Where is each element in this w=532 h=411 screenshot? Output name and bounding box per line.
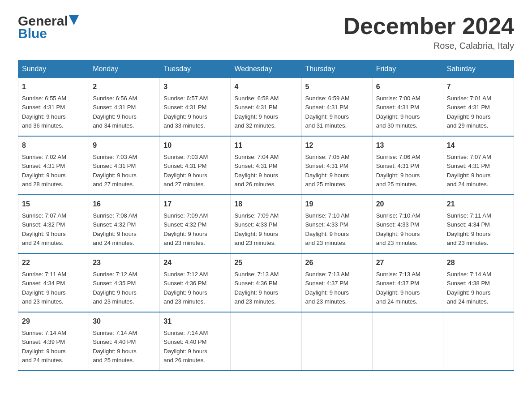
day-number: 14 (447, 140, 510, 151)
table-row: 26 Sunrise: 7:13 AMSunset: 4:37 PMDaylig… (301, 253, 372, 312)
col-sunday: Sunday (18, 60, 89, 78)
table-row: 28 Sunrise: 7:14 AMSunset: 4:38 PMDaylig… (443, 253, 514, 312)
day-info: Sunrise: 7:11 AMSunset: 4:34 PMDaylight:… (22, 271, 66, 305)
calendar-header: Sunday Monday Tuesday Wednesday Thursday… (18, 60, 514, 78)
day-info: Sunrise: 7:01 AMSunset: 4:31 PMDaylight:… (447, 95, 491, 129)
table-row: 31 Sunrise: 7:14 AMSunset: 4:40 PMDaylig… (160, 312, 231, 371)
table-row: 16 Sunrise: 7:08 AMSunset: 4:32 PMDaylig… (89, 195, 160, 253)
day-info: Sunrise: 7:14 AMSunset: 4:39 PMDaylight:… (22, 330, 66, 364)
col-tuesday: Tuesday (160, 60, 231, 78)
day-info: Sunrise: 6:57 AMSunset: 4:31 PMDaylight:… (163, 95, 208, 129)
day-number: 1 (22, 81, 85, 92)
day-info: Sunrise: 6:55 AMSunset: 4:31 PMDaylight:… (22, 95, 66, 129)
table-row: 2 Sunrise: 6:56 AMSunset: 4:31 PMDayligh… (89, 78, 160, 137)
svg-marker-0 (69, 15, 79, 25)
day-number: 7 (447, 81, 510, 92)
day-number: 19 (305, 199, 369, 210)
table-row: 3 Sunrise: 6:57 AMSunset: 4:31 PMDayligh… (160, 78, 231, 137)
day-number: 29 (22, 316, 85, 327)
day-number: 24 (163, 257, 227, 268)
day-info: Sunrise: 7:11 AMSunset: 4:34 PMDaylight:… (447, 212, 491, 246)
title-area: December 2024 Rose, Calabria, Italy (343, 13, 514, 51)
day-number: 26 (305, 257, 369, 268)
day-info: Sunrise: 7:10 AMSunset: 4:33 PMDaylight:… (376, 212, 420, 246)
table-row: 24 Sunrise: 7:12 AMSunset: 4:36 PMDaylig… (160, 253, 231, 312)
day-info: Sunrise: 7:14 AMSunset: 4:40 PMDaylight:… (93, 330, 137, 364)
day-info: Sunrise: 7:03 AMSunset: 4:31 PMDaylight:… (163, 154, 208, 188)
table-row: 1 Sunrise: 6:55 AMSunset: 4:31 PMDayligh… (18, 78, 89, 137)
table-row: 30 Sunrise: 7:14 AMSunset: 4:40 PMDaylig… (89, 312, 160, 371)
table-row (443, 312, 514, 371)
day-info: Sunrise: 7:03 AMSunset: 4:31 PMDaylight:… (93, 154, 137, 188)
table-row: 6 Sunrise: 7:00 AMSunset: 4:31 PMDayligh… (372, 78, 443, 137)
table-row (372, 312, 443, 371)
calendar-body: 1 Sunrise: 6:55 AMSunset: 4:31 PMDayligh… (18, 78, 514, 371)
day-info: Sunrise: 7:07 AMSunset: 4:32 PMDaylight:… (22, 212, 66, 246)
table-row: 9 Sunrise: 7:03 AMSunset: 4:31 PMDayligh… (89, 136, 160, 195)
month-title: December 2024 (343, 13, 514, 39)
table-row: 10 Sunrise: 7:03 AMSunset: 4:31 PMDaylig… (160, 136, 231, 195)
table-row: 23 Sunrise: 7:12 AMSunset: 4:35 PMDaylig… (89, 253, 160, 312)
day-number: 12 (305, 140, 369, 151)
table-row: 11 Sunrise: 7:04 AMSunset: 4:31 PMDaylig… (231, 136, 301, 195)
day-info: Sunrise: 7:02 AMSunset: 4:31 PMDaylight:… (22, 154, 66, 188)
col-wednesday: Wednesday (231, 60, 301, 78)
day-info: Sunrise: 7:14 AMSunset: 4:38 PMDaylight:… (447, 271, 491, 305)
col-saturday: Saturday (443, 60, 514, 78)
day-info: Sunrise: 7:09 AMSunset: 4:32 PMDaylight:… (163, 212, 208, 246)
table-row: 29 Sunrise: 7:14 AMSunset: 4:39 PMDaylig… (18, 312, 89, 371)
day-number: 9 (93, 140, 156, 151)
day-number: 3 (163, 81, 227, 92)
page-header: General Blue December 2024 Rose, Calabri… (18, 13, 514, 51)
table-row: 14 Sunrise: 7:07 AMSunset: 4:31 PMDaylig… (443, 136, 514, 195)
logo: General Blue (18, 13, 79, 41)
table-row (301, 312, 372, 371)
day-info: Sunrise: 7:06 AMSunset: 4:31 PMDaylight:… (376, 154, 420, 188)
day-number: 17 (163, 199, 227, 210)
table-row: 13 Sunrise: 7:06 AMSunset: 4:31 PMDaylig… (372, 136, 443, 195)
day-info: Sunrise: 7:10 AMSunset: 4:33 PMDaylight:… (305, 212, 350, 246)
table-row: 27 Sunrise: 7:13 AMSunset: 4:37 PMDaylig… (372, 253, 443, 312)
day-number: 21 (447, 199, 510, 210)
day-info: Sunrise: 7:08 AMSunset: 4:32 PMDaylight:… (93, 212, 137, 246)
col-monday: Monday (89, 60, 160, 78)
table-row: 12 Sunrise: 7:05 AMSunset: 4:31 PMDaylig… (301, 136, 372, 195)
day-number: 11 (234, 140, 297, 151)
table-row: 5 Sunrise: 6:59 AMSunset: 4:31 PMDayligh… (301, 78, 372, 137)
day-info: Sunrise: 6:59 AMSunset: 4:31 PMDaylight:… (305, 95, 350, 129)
day-info: Sunrise: 7:12 AMSunset: 4:35 PMDaylight:… (93, 271, 137, 305)
day-number: 27 (376, 257, 439, 268)
day-number: 10 (163, 140, 227, 151)
day-info: Sunrise: 7:12 AMSunset: 4:36 PMDaylight:… (163, 271, 208, 305)
table-row: 20 Sunrise: 7:10 AMSunset: 4:33 PMDaylig… (372, 195, 443, 253)
day-number: 5 (305, 81, 369, 92)
table-row: 8 Sunrise: 7:02 AMSunset: 4:31 PMDayligh… (18, 136, 89, 195)
day-info: Sunrise: 7:07 AMSunset: 4:31 PMDaylight:… (447, 154, 491, 188)
day-info: Sunrise: 6:58 AMSunset: 4:31 PMDaylight:… (234, 95, 279, 129)
day-info: Sunrise: 7:13 AMSunset: 4:36 PMDaylight:… (234, 271, 279, 305)
day-info: Sunrise: 7:14 AMSunset: 4:40 PMDaylight:… (163, 330, 208, 364)
table-row: 25 Sunrise: 7:13 AMSunset: 4:36 PMDaylig… (231, 253, 301, 312)
day-number: 13 (376, 140, 439, 151)
day-info: Sunrise: 7:09 AMSunset: 4:33 PMDaylight:… (234, 212, 279, 246)
day-number: 4 (234, 81, 297, 92)
day-info: Sunrise: 7:00 AMSunset: 4:31 PMDaylight:… (376, 95, 420, 129)
table-row: 7 Sunrise: 7:01 AMSunset: 4:31 PMDayligh… (443, 78, 514, 137)
day-info: Sunrise: 7:04 AMSunset: 4:31 PMDaylight:… (234, 154, 279, 188)
day-number: 8 (22, 140, 85, 151)
table-row: 17 Sunrise: 7:09 AMSunset: 4:32 PMDaylig… (160, 195, 231, 253)
day-info: Sunrise: 7:13 AMSunset: 4:37 PMDaylight:… (305, 271, 350, 305)
day-number: 18 (234, 199, 297, 210)
table-row: 21 Sunrise: 7:11 AMSunset: 4:34 PMDaylig… (443, 195, 514, 253)
day-info: Sunrise: 7:13 AMSunset: 4:37 PMDaylight:… (376, 271, 420, 305)
col-friday: Friday (372, 60, 443, 78)
day-number: 28 (447, 257, 510, 268)
day-number: 6 (376, 81, 439, 92)
day-number: 22 (22, 257, 85, 268)
day-info: Sunrise: 7:05 AMSunset: 4:31 PMDaylight:… (305, 154, 350, 188)
day-number: 31 (163, 316, 227, 327)
table-row: 15 Sunrise: 7:07 AMSunset: 4:32 PMDaylig… (18, 195, 89, 253)
day-number: 25 (234, 257, 297, 268)
table-row: 19 Sunrise: 7:10 AMSunset: 4:33 PMDaylig… (301, 195, 372, 253)
logo-arrow-icon (69, 15, 79, 27)
